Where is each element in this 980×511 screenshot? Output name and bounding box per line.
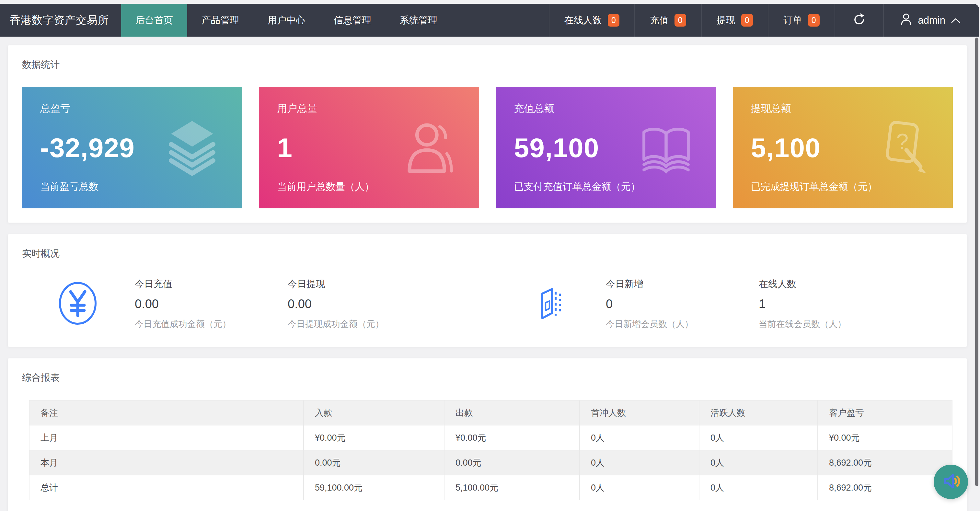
yuan-circle-icon xyxy=(58,281,97,326)
rt-value: 0.00 xyxy=(288,297,441,311)
data-stats-title: 数据统计 xyxy=(22,58,953,71)
nav-stat-orders[interactable]: 订单 0 xyxy=(768,4,835,37)
rt-sub: 当前在线会员数（人） xyxy=(759,318,912,330)
navbar-spacer xyxy=(452,4,549,37)
cell: 0人 xyxy=(579,425,699,450)
cell: 8,692.00元 xyxy=(818,475,952,500)
speaker-icon xyxy=(940,471,961,493)
username-label: admin xyxy=(918,14,945,26)
cell: 59,100.00元 xyxy=(304,475,444,500)
cell: ¥0.00元 xyxy=(818,425,952,450)
refresh-button[interactable] xyxy=(835,4,883,37)
column-header-active: 活跃人数 xyxy=(699,400,818,425)
rt-label: 今日充值 xyxy=(135,278,288,291)
stat-card-total-profit: 总盈亏 -32,929 当前盈亏总数 xyxy=(22,87,242,209)
nav-stat-online[interactable]: 在线人数 0 xyxy=(549,4,634,37)
table-row-last-month: 上月 ¥0.00元 ¥0.00元 0人 0人 ¥0.00元 xyxy=(29,425,952,450)
cell: 8,692.00元 xyxy=(818,450,952,475)
book-icon xyxy=(637,119,695,177)
stat-cards-row: 总盈亏 -32,929 当前盈亏总数 用户总量 1 当前用户总数量（人） xyxy=(22,87,953,209)
column-header-note: 备注 xyxy=(29,400,304,425)
cell: 0.00元 xyxy=(444,450,579,475)
report-table: 备注 入款 出款 首冲人数 活跃人数 客户盈亏 上月 ¥0.00元 ¥0.00元… xyxy=(29,400,953,500)
user-icon xyxy=(400,119,458,177)
cell: 5,100.00元 xyxy=(444,475,579,500)
card-label: 用户总量 xyxy=(277,102,461,115)
card-label: 提现总额 xyxy=(751,102,935,115)
nav-stat-orders-label: 订单 xyxy=(783,14,802,27)
nav-stat-withdraw[interactable]: 提现 0 xyxy=(701,4,768,37)
rt-value: 0 xyxy=(606,297,759,311)
nav-stat-recharge[interactable]: 充值 0 xyxy=(634,4,701,37)
report-panel: 综合报表 备注 入款 出款 首冲人数 活跃人数 客户盈亏 上月 ¥0.00元 ¥… xyxy=(8,358,967,511)
main-content: 数据统计 总盈亏 -32,929 当前盈亏总数 用户总量 1 当 xyxy=(8,45,967,511)
nav-stat-withdraw-label: 提现 xyxy=(717,14,735,27)
user-menu[interactable]: admin xyxy=(883,4,979,37)
menu-item-dashboard[interactable]: 后台首页 xyxy=(121,4,187,37)
realtime-title: 实时概况 xyxy=(22,247,953,260)
vertical-scrollbar[interactable] xyxy=(975,38,978,486)
sound-button[interactable] xyxy=(934,465,968,499)
brand-title[interactable]: 香港数字资产交易所 xyxy=(0,4,121,37)
layers-icon xyxy=(163,119,221,177)
stat-card-total-recharge: 充值总额 59,100 已支付充值订单总金额（元） xyxy=(496,87,716,209)
recharge-count-badge: 0 xyxy=(675,14,686,27)
cell: ¥0.00元 xyxy=(304,425,444,450)
rt-label: 今日提现 xyxy=(288,278,441,291)
menu-item-products[interactable]: 产品管理 xyxy=(187,4,253,37)
cell: ¥0.00元 xyxy=(444,425,579,450)
nav-stat-online-label: 在线人数 xyxy=(564,14,602,27)
main-menu: 后台首页 产品管理 用户中心 信息管理 系统管理 xyxy=(121,4,452,37)
card-desc: 当前用户总数量（人） xyxy=(277,180,461,193)
column-header-in: 入款 xyxy=(304,400,444,425)
column-header-pl: 客户盈亏 xyxy=(818,400,952,425)
cell: 0人 xyxy=(579,475,699,500)
navbar-right: 在线人数 0 充值 0 提现 0 订单 0 xyxy=(549,4,979,37)
building-icon xyxy=(535,286,568,322)
card-label: 总盈亏 xyxy=(40,102,224,115)
rt-sub: 今日提现成功金额（元） xyxy=(288,318,441,330)
stat-card-total-withdraw: 提现总额 5,100 已完成提现订单总金额（元） ? xyxy=(733,87,953,209)
cell: 0人 xyxy=(699,450,818,475)
report-header-row: 备注 入款 出款 首冲人数 活跃人数 客户盈亏 xyxy=(29,400,952,425)
rt-value: 1 xyxy=(759,297,912,311)
card-desc: 已支付充值订单总金额（元） xyxy=(514,180,698,193)
cell: 0人 xyxy=(579,450,699,475)
menu-item-info[interactable]: 信息管理 xyxy=(320,4,385,37)
chevron-up-icon xyxy=(951,14,961,26)
top-navbar: 香港数字资产交易所 后台首页 产品管理 用户中心 信息管理 系统管理 在线人数 … xyxy=(0,4,979,37)
refresh-icon xyxy=(852,13,866,28)
rt-label: 在线人数 xyxy=(759,278,912,291)
cell: 本月 xyxy=(29,450,304,475)
cell: 0.00元 xyxy=(304,450,444,475)
rt-label: 今日新增 xyxy=(606,278,759,291)
card-desc: 当前盈亏总数 xyxy=(40,180,224,193)
realtime-row: 今日充值 0.00 今日充值成功金额（元） 今日提现 0.00 今日提现成功金额… xyxy=(22,278,953,330)
realtime-panel: 实时概况 今日充值 0.00 今日充值成功金额（元） 今日提现 0.00 今日提… xyxy=(8,234,967,347)
cell: 总计 xyxy=(29,475,304,500)
cell: 上月 xyxy=(29,425,304,450)
report-title: 综合报表 xyxy=(22,371,953,384)
nav-stat-recharge-label: 充值 xyxy=(650,14,669,27)
table-row-total: 总计 59,100.00元 5,100.00元 0人 0人 8,692.00元 xyxy=(29,475,952,500)
card-label: 充值总额 xyxy=(514,102,698,115)
orders-count-badge: 0 xyxy=(808,14,819,27)
column-header-first: 首冲人数 xyxy=(579,400,699,425)
column-header-out: 出款 xyxy=(444,400,579,425)
menu-item-users[interactable]: 用户中心 xyxy=(253,4,320,37)
realtime-item-today-new: 今日新增 0 今日新增会员数（人） xyxy=(606,278,759,330)
rt-sub: 今日新增会员数（人） xyxy=(606,318,759,330)
data-stats-panel: 数据统计 总盈亏 -32,929 当前盈亏总数 用户总量 1 当 xyxy=(8,45,967,223)
stat-card-total-users: 用户总量 1 当前用户总数量（人） xyxy=(259,87,479,209)
realtime-item-today-withdraw: 今日提现 0.00 今日提现成功金额（元） xyxy=(288,278,441,330)
user-avatar-icon xyxy=(899,12,913,29)
realtime-item-online: 在线人数 1 当前在线会员数（人） xyxy=(759,278,912,330)
menu-item-system[interactable]: 系统管理 xyxy=(385,4,452,37)
cell: 0人 xyxy=(699,425,818,450)
card-desc: 已完成提现订单总金额（元） xyxy=(751,180,935,193)
withdraw-count-badge: 0 xyxy=(741,14,753,27)
realtime-item-today-recharge: 今日充值 0.00 今日充值成功金额（元） xyxy=(135,278,288,330)
online-count-badge: 0 xyxy=(608,14,619,27)
rt-value: 0.00 xyxy=(135,297,288,311)
table-row-this-month: 本月 0.00元 0.00元 0人 0人 8,692.00元 xyxy=(29,450,952,475)
